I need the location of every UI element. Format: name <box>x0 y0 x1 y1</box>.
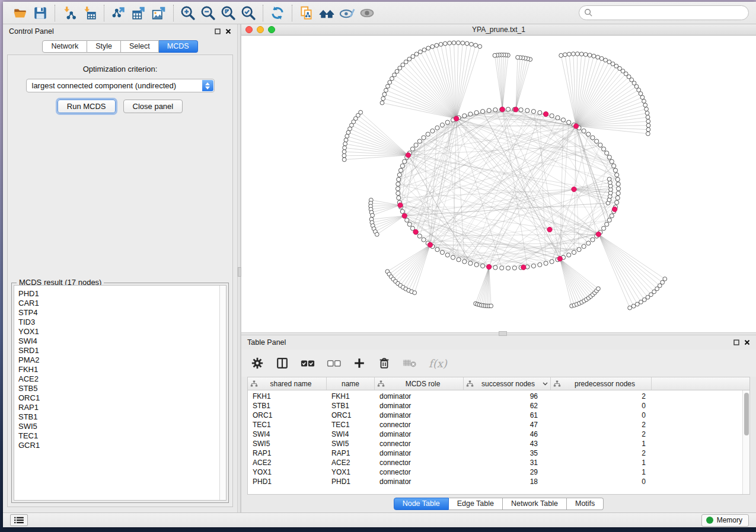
export-table-button[interactable] <box>129 4 149 22</box>
import-table-button[interactable] <box>79 4 100 22</box>
function-builder-button[interactable]: f(x) <box>429 357 447 370</box>
save-floppy-icon <box>33 5 48 21</box>
table-row[interactable]: PHD1PHD1dominator180 <box>248 477 749 486</box>
close-panel-icon[interactable] <box>744 339 750 345</box>
mcds-node-item[interactable]: STB5 <box>18 384 226 393</box>
mcds-node-item[interactable]: GCR1 <box>18 441 226 450</box>
select-all-button[interactable] <box>301 358 315 368</box>
zoom-out-button[interactable] <box>198 4 218 22</box>
tab-node-table[interactable]: Node Table <box>394 498 449 510</box>
tab-style[interactable]: Style <box>87 40 121 53</box>
toolbar-separator <box>104 5 104 21</box>
tab-edge-table[interactable]: Edge Table <box>449 498 503 510</box>
first-neighbors-button[interactable] <box>317 4 337 22</box>
mcds-list-scrollbar[interactable] <box>219 286 226 500</box>
tab-motifs[interactable]: Motifs <box>567 498 604 510</box>
table-scrollbar[interactable] <box>742 390 749 494</box>
cell-successor-nodes: 29 <box>464 468 551 476</box>
tab-mcds[interactable]: MCDS <box>159 40 198 53</box>
cell-successor-nodes: 96 <box>464 392 551 400</box>
settings-gear-button[interactable] <box>251 357 264 370</box>
export-network-button[interactable] <box>109 4 129 22</box>
column-header-name[interactable]: name <box>327 377 375 390</box>
vertical-splitter[interactable] <box>237 24 241 512</box>
zoom-fit-button[interactable] <box>218 4 238 22</box>
column-header-predecessor-nodes[interactable]: predecessor nodes <box>551 377 652 390</box>
import-network-button[interactable] <box>59 4 79 22</box>
cell-shared-name: ORC1 <box>248 411 327 419</box>
cell-successor-nodes: 61 <box>464 411 551 419</box>
mcds-node-item[interactable]: FKH1 <box>18 365 226 374</box>
table-row[interactable]: TEC1TEC1connector472 <box>248 420 749 430</box>
table-row[interactable]: SWI4SWI4dominator462 <box>248 430 749 439</box>
mcds-node-item[interactable]: SWI4 <box>18 336 226 346</box>
cell-MCDS-role: dominator <box>375 449 464 457</box>
open-file-button[interactable] <box>10 4 30 22</box>
save-session-button[interactable] <box>30 4 50 22</box>
search-input[interactable] <box>579 5 749 20</box>
mcds-node-item[interactable]: CAR1 <box>18 299 226 308</box>
export-image-button[interactable] <box>149 4 169 22</box>
deselect-all-button[interactable] <box>327 358 341 368</box>
cell-shared-name: FKH1 <box>248 392 327 400</box>
mcds-node-item[interactable]: STP4 <box>18 308 226 318</box>
mcds-node-item[interactable]: SRD1 <box>18 346 226 355</box>
float-panel-icon[interactable] <box>733 339 739 345</box>
mcds-node-item[interactable]: ACE2 <box>18 374 226 384</box>
import-network-icon <box>62 5 77 21</box>
add-row-button[interactable] <box>353 357 366 370</box>
hide-selected-button[interactable] <box>337 4 357 22</box>
import-table-icon <box>82 5 97 21</box>
column-header-MCDS-role[interactable]: MCDS role <box>375 377 464 390</box>
close-panel-button[interactable]: Close panel <box>123 100 183 113</box>
table-row[interactable]: ACE2ACE2connector311 <box>248 458 749 467</box>
network-window-titlebar[interactable]: YPA_prune.txt_1 <box>241 24 756 36</box>
criterion-dropdown[interactable]: largest connected component (undirected) <box>26 79 215 92</box>
table-row[interactable]: STB1STB1dominator620 <box>248 401 749 411</box>
delete-table-button[interactable] <box>403 358 417 368</box>
task-history-button[interactable] <box>10 514 28 526</box>
mcds-node-item[interactable]: PHD1 <box>18 289 226 299</box>
mcds-node-item[interactable]: YOX1 <box>18 327 226 336</box>
tab-network[interactable]: Network <box>42 40 87 53</box>
zoom-selected-button[interactable] <box>238 4 259 22</box>
close-panel-icon[interactable] <box>225 28 231 34</box>
float-panel-icon[interactable] <box>215 28 221 34</box>
network-view-canvas[interactable] <box>241 36 756 332</box>
mcds-result-list[interactable]: PHD1CAR1STP4TID3YOX1SWI4SRD1PMA2FKH1ACE2… <box>14 285 227 501</box>
mcds-node-item[interactable]: TID3 <box>18 318 226 327</box>
table-row[interactable]: YOX1YOX1connector291 <box>248 467 749 477</box>
horizontal-splitter[interactable] <box>241 332 756 335</box>
table-row[interactable]: FKH1FKH1dominator962 <box>248 392 749 401</box>
table-row[interactable]: ORC1ORC1dominator610 <box>248 411 749 420</box>
tab-network-table[interactable]: Network Table <box>503 498 567 510</box>
mcds-node-item[interactable]: TEC1 <box>18 431 226 441</box>
scrollbar-thumb[interactable] <box>744 393 749 435</box>
zoom-in-button[interactable] <box>178 4 198 22</box>
delete-row-button[interactable] <box>378 357 391 370</box>
memory-button[interactable]: Memory <box>701 514 749 527</box>
table-row[interactable]: SWI5SWI5connector431 <box>248 439 749 448</box>
tab-select[interactable]: Select <box>121 40 159 53</box>
cell-successor-nodes: 46 <box>464 430 551 438</box>
mcds-node-item[interactable]: ORC1 <box>18 393 226 403</box>
refresh-view-button[interactable] <box>267 4 288 22</box>
mcds-node-item[interactable]: RAP1 <box>18 403 226 412</box>
mcds-node-item[interactable]: SWI5 <box>18 422 226 431</box>
column-header-successor-nodes[interactable]: successor nodes <box>464 377 551 390</box>
splitter-handle[interactable] <box>238 267 241 277</box>
main-toolbar <box>3 2 756 24</box>
column-selector-button[interactable] <box>276 357 289 370</box>
column-header-shared-name[interactable]: shared name <box>248 377 327 390</box>
table-row[interactable]: RAP1RAP1dominator352 <box>248 448 749 458</box>
export-network-icon <box>111 5 126 21</box>
cell-shared-name: STB1 <box>248 402 327 410</box>
mcds-node-item[interactable]: PMA2 <box>18 355 226 365</box>
copy-network-view-button[interactable] <box>296 4 317 22</box>
run-mcds-button[interactable]: Run MCDS <box>58 100 116 113</box>
node-attribute-icon <box>377 380 385 387</box>
mcds-node-item[interactable]: STB1 <box>18 412 226 422</box>
splitter-handle[interactable] <box>499 331 507 336</box>
show-all-button[interactable] <box>357 4 377 22</box>
cell-MCDS-role: dominator <box>375 477 464 486</box>
